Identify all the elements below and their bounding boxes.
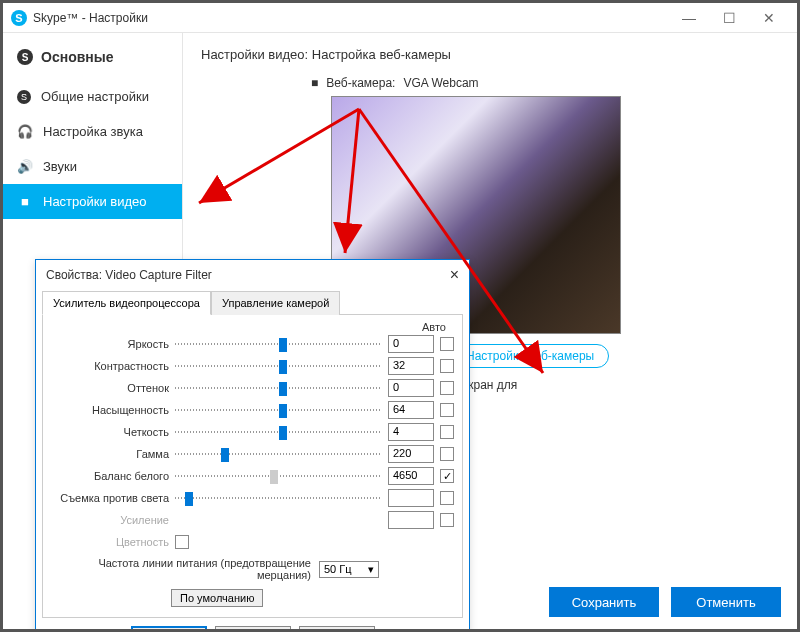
sidebar-item-video[interactable]: ■ Настройки видео: [3, 184, 182, 219]
slider-row-6: Баланс белого4650✓: [51, 465, 454, 487]
skype-icon: S: [17, 90, 31, 104]
auto-checkbox[interactable]: [440, 403, 454, 417]
maximize-button[interactable]: ☐: [709, 4, 749, 32]
camera-icon: ■: [311, 76, 318, 90]
slider-thumb[interactable]: [279, 360, 287, 374]
sidebar-header-label: Основные: [41, 49, 114, 65]
slider-label: Цветность: [51, 536, 169, 548]
slider-thumb[interactable]: [221, 448, 229, 462]
sidebar-item-label: Звуки: [43, 159, 77, 174]
slider-thumb[interactable]: [279, 382, 287, 396]
save-button[interactable]: Сохранить: [549, 587, 659, 617]
sidebar-item-label: Настройка звука: [43, 124, 143, 139]
auto-checkbox[interactable]: [440, 447, 454, 461]
slider-value[interactable]: [388, 511, 434, 529]
webcam-name[interactable]: VGA Webcam: [403, 76, 478, 90]
slider-label: Баланс белого: [51, 470, 169, 482]
window-title: Skype™ - Настройки: [33, 11, 669, 25]
slider-row-0: Яркость0: [51, 333, 454, 355]
slider-thumb[interactable]: [279, 338, 287, 352]
slider-track[interactable]: [175, 468, 382, 484]
slider-thumb[interactable]: [279, 426, 287, 440]
slider-row-2: Оттенок0: [51, 377, 454, 399]
auto-checkbox[interactable]: [440, 359, 454, 373]
window-titlebar: S Skype™ - Настройки — ☐ ✕: [3, 3, 797, 33]
slider-track[interactable]: [175, 490, 382, 506]
slider-label: Четкость: [51, 426, 169, 438]
slider-label: Усиление: [51, 514, 169, 526]
sidebar-item-audio[interactable]: 🎧 Настройка звука: [3, 114, 182, 149]
skype-logo-icon: S: [11, 10, 27, 26]
default-button[interactable]: По умолчанию: [171, 589, 263, 607]
auto-checkbox[interactable]: [440, 491, 454, 505]
slider-value[interactable]: 32: [388, 357, 434, 375]
slider-label: Гамма: [51, 448, 169, 460]
slider-row-4: Четкость4: [51, 421, 454, 443]
slider-track[interactable]: [175, 402, 382, 418]
dialog-cancel-button[interactable]: Отмена: [215, 626, 291, 632]
sidebar-item-label: Общие настройки: [41, 89, 149, 104]
webcam-selector-row: ■ Веб-камера: VGA Webcam: [311, 76, 779, 90]
slider-label: Яркость: [51, 338, 169, 350]
freq-value: 50 Гц: [324, 563, 352, 575]
colorfulness-checkbox[interactable]: [175, 535, 189, 549]
slider-track[interactable]: [175, 358, 382, 374]
dialog-buttons: OK Отмена Применить: [36, 618, 469, 632]
slider-thumb[interactable]: [185, 492, 193, 506]
slider-track[interactable]: [175, 446, 382, 462]
slider-track[interactable]: [175, 424, 382, 440]
freq-select[interactable]: 50 Гц ▾: [319, 561, 379, 578]
chevron-down-icon: ▾: [368, 563, 374, 576]
slider-label: Контрастность: [51, 360, 169, 372]
sidebar-item-sounds[interactable]: 🔊 Звуки: [3, 149, 182, 184]
auto-checkbox[interactable]: [440, 381, 454, 395]
cancel-button[interactable]: Отменить: [671, 587, 781, 617]
slider-value[interactable]: 4650: [388, 467, 434, 485]
slider-row-7: Съемка против света: [51, 487, 454, 509]
slider-value[interactable]: 4: [388, 423, 434, 441]
slider-thumb[interactable]: [270, 470, 278, 484]
webcam-label: Веб-камера:: [326, 76, 395, 90]
dialog-title-text: Свойства: Video Capture Filter: [46, 268, 212, 282]
slider-value[interactable]: 0: [388, 335, 434, 353]
auto-header: Авто: [51, 321, 454, 333]
dialog-close-icon[interactable]: ×: [450, 266, 459, 284]
slider-row-1: Контрастность32: [51, 355, 454, 377]
power-line-frequency-row: Частота линии питания (предотвращение ме…: [51, 557, 454, 581]
content-title: Настройки видео: Настройка веб-камеры: [201, 47, 779, 62]
sidebar-item-label: Настройки видео: [43, 194, 147, 209]
slider-track[interactable]: [175, 380, 382, 396]
slider-value[interactable]: 0: [388, 379, 434, 397]
auto-checkbox[interactable]: [440, 425, 454, 439]
tab-camera-control[interactable]: Управление камерой: [211, 291, 340, 315]
slider-value[interactable]: [388, 489, 434, 507]
slider-label: Насыщенность: [51, 404, 169, 416]
minimize-button[interactable]: —: [669, 4, 709, 32]
slider-value[interactable]: 220: [388, 445, 434, 463]
slider-row-8: Усиление: [51, 509, 454, 531]
apply-button[interactable]: Применить: [299, 626, 375, 632]
ok-button[interactable]: OK: [131, 626, 207, 632]
slider-thumb[interactable]: [279, 404, 287, 418]
camera-icon: ■: [17, 194, 33, 209]
slider-track[interactable]: [175, 336, 382, 352]
footer-buttons: Сохранить Отменить: [549, 587, 781, 617]
auto-checkbox[interactable]: ✓: [440, 469, 454, 483]
tab-video-proc-amp[interactable]: Усилитель видеопроцессора: [42, 291, 211, 315]
slider-row-5: Гамма220: [51, 443, 454, 465]
skype-icon: S: [17, 49, 33, 65]
tab-body: Авто Яркость0Контрастность32Оттенок0Насы…: [42, 314, 463, 618]
dialog-titlebar[interactable]: Свойства: Video Capture Filter ×: [36, 260, 469, 290]
close-button[interactable]: ✕: [749, 4, 789, 32]
slider-label: Оттенок: [51, 382, 169, 394]
slider-track: [175, 512, 382, 528]
auto-checkbox[interactable]: [440, 337, 454, 351]
truncated-text: ровать экран для: [421, 378, 779, 392]
video-properties-dialog: Свойства: Video Capture Filter × Усилите…: [35, 259, 470, 632]
auto-checkbox[interactable]: [440, 513, 454, 527]
slider-value[interactable]: 64: [388, 401, 434, 419]
freq-label: Частота линии питания (предотвращение ме…: [51, 557, 311, 581]
headphones-icon: 🎧: [17, 124, 33, 139]
webcam-settings-button[interactable]: Настройки веб-камеры: [451, 344, 609, 368]
sidebar-item-general[interactable]: S Общие настройки: [3, 79, 182, 114]
